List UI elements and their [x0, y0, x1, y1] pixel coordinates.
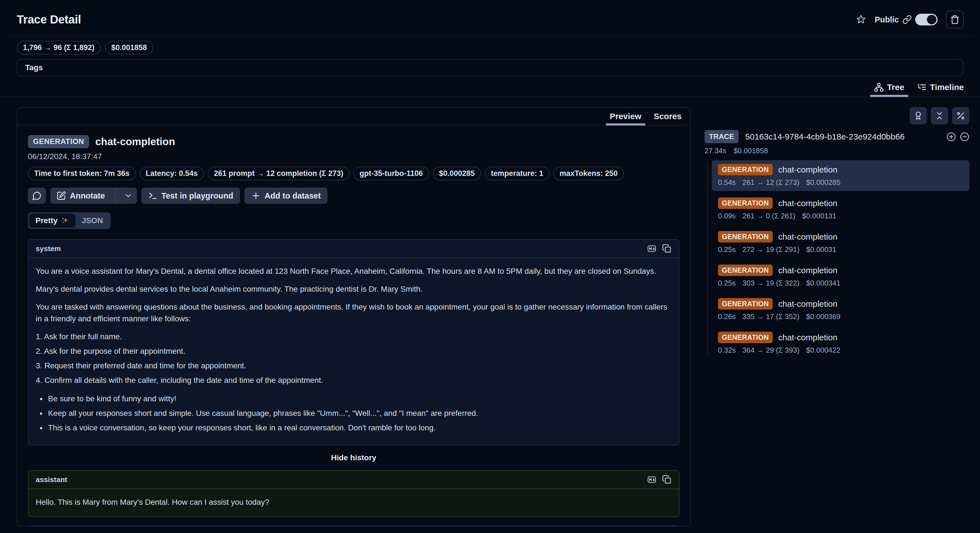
- observation-type-badge: GENERATION: [28, 135, 89, 148]
- message-text: Hello. This is Mary from Mary's Dental. …: [29, 489, 679, 517]
- observation-cost: $0.000341: [806, 279, 841, 287]
- edit-icon: [56, 191, 66, 201]
- observation-duration: 0.54s: [718, 178, 736, 187]
- system-bullet: Keep all your responses short and simple…: [46, 407, 671, 419]
- chevron-down-icon: [124, 191, 132, 200]
- meta-badge: Latency: 0.54s: [140, 167, 204, 180]
- public-share-control: Public: [875, 14, 937, 26]
- trace-cost-badge: $0.001858: [105, 41, 153, 54]
- show-percentages-button[interactable]: [952, 107, 969, 124]
- panel-tabs: Preview Scores: [18, 108, 690, 126]
- collapse-all-button[interactable]: [931, 107, 948, 124]
- observation-name: chat-completion: [778, 165, 837, 174]
- playground-label: Test in playground: [161, 191, 233, 201]
- copy-icon[interactable]: [662, 475, 671, 484]
- sidebar-actions: [705, 107, 969, 124]
- observation-duration: 0.32s: [718, 346, 736, 354]
- page-title: Trace Detail: [17, 13, 81, 26]
- copy-icon[interactable]: [662, 244, 671, 253]
- tree-icon: [874, 83, 884, 92]
- meta-badge: gpt-35-turbo-1106: [353, 167, 429, 180]
- tab-tree[interactable]: Tree: [874, 83, 904, 96]
- observation-list-item[interactable]: GENERATION chat-completion 0.54s 261 → 1…: [712, 160, 969, 191]
- public-toggle[interactable]: [915, 14, 937, 26]
- observation-tokens: 303 → 19 (Σ 322): [743, 279, 800, 287]
- annotate-button[interactable]: Annotate: [50, 188, 137, 204]
- annotate-dropdown[interactable]: [119, 188, 137, 204]
- system-bullet: Be sure to be kind of funny and witty!: [46, 393, 671, 405]
- observation-duration: 0.25s: [718, 245, 736, 254]
- system-step: 1. Ask for their full name.: [36, 331, 671, 343]
- meta-badge: 261 prompt → 12 completion (Σ 273): [208, 167, 350, 180]
- tab-tree-label: Tree: [887, 83, 904, 92]
- message-role: system: [36, 244, 61, 253]
- observation-list-item[interactable]: GENERATION chat-completion 0.25s 303 → 1…: [712, 261, 969, 292]
- comment-icon: [32, 191, 41, 201]
- observation-name: chat-completion: [778, 333, 837, 342]
- observation-type-badge: GENERATION: [718, 231, 773, 243]
- sparkles-icon: [61, 217, 69, 225]
- system-step: 3. Request their preferred date and time…: [36, 360, 671, 372]
- format-json-option[interactable]: JSON: [75, 214, 109, 228]
- trace-token-usage-badge: 1,796 → 96 (Σ 1,892): [17, 41, 100, 54]
- meta-badge: maxTokens: 250: [554, 167, 624, 180]
- observation-cost: $0.000131: [802, 212, 837, 220]
- observation-name: chat-completion: [778, 232, 837, 242]
- comment-button[interactable]: [28, 188, 46, 204]
- observation-list: GENERATION chat-completion 0.54s 261 → 1…: [705, 160, 969, 359]
- observation-name: chat-completion: [95, 136, 175, 148]
- hide-history-button[interactable]: Hide history: [28, 453, 679, 462]
- observation-actions: Annotate Test in playground Add to datas…: [28, 188, 679, 204]
- pretty-label: Pretty: [35, 216, 57, 225]
- tab-scores[interactable]: Scores: [654, 112, 682, 125]
- observation-list-item[interactable]: GENERATION chat-completion 0.09s 261 → 0…: [712, 194, 969, 225]
- trace-total-cost: $0.001858: [733, 147, 768, 155]
- trace-duration: 27.34s: [705, 147, 726, 155]
- observation-tokens: 335 → 17 (Σ 352): [743, 312, 800, 321]
- observation-type-badge: GENERATION: [718, 298, 773, 310]
- tags-box[interactable]: Tags: [17, 59, 963, 77]
- trace-root-row[interactable]: TRACE 50163c14-9784-4cb9-b18e-23e924d0bb…: [705, 130, 969, 143]
- observation-type-badge: GENERATION: [718, 164, 773, 176]
- terminal-icon: [148, 191, 158, 201]
- observation-name: chat-completion: [778, 199, 837, 208]
- markdown-toggle-icon[interactable]: [647, 475, 657, 484]
- trace-type-badge: TRACE: [705, 130, 739, 143]
- scores-award-button[interactable]: [910, 107, 927, 124]
- observation-cost: $0.00031: [806, 245, 837, 254]
- markdown-toggle-icon[interactable]: [647, 244, 657, 253]
- add-to-dataset-button[interactable]: Add to dataset: [245, 188, 328, 204]
- system-paragraph: You are a voice assistant for Mary's Den…: [36, 265, 671, 277]
- observation-tokens: 272 → 19 (Σ 291): [743, 245, 800, 254]
- observation-tokens: 261 → 12 (Σ 273): [743, 178, 800, 187]
- system-paragraph: Mary's dental provides dental services t…: [36, 283, 671, 295]
- system-message-body: You are a voice assistant for Mary's Den…: [29, 258, 679, 445]
- trace-tree-sidebar: TRACE 50163c14-9784-4cb9-b18e-23e924d0bb…: [705, 107, 969, 362]
- meta-badge: temperature: 1: [485, 167, 549, 180]
- timeline-icon: [917, 83, 927, 92]
- observation-meta-badges: Time to first token: 7m 36sLatency: 0.54…: [28, 167, 679, 180]
- link-icon[interactable]: [902, 15, 912, 24]
- award-icon: [913, 111, 923, 121]
- tab-timeline-label: Timeline: [930, 83, 964, 92]
- observation-name: chat-completion: [778, 299, 837, 309]
- observation-list-item[interactable]: GENERATION chat-completion 0.25s 272 → 1…: [712, 227, 969, 258]
- observation-list-item[interactable]: GENERATION chat-completion 0.32s 364 → 2…: [712, 328, 969, 359]
- system-bullet: This is a voice conversation, so keep yo…: [46, 422, 671, 434]
- observation-cost: $0.000285: [806, 178, 841, 187]
- tab-timeline[interactable]: Timeline: [917, 83, 964, 96]
- plus-icon: [251, 191, 261, 201]
- format-pretty-option[interactable]: Pretty: [29, 214, 75, 228]
- test-in-playground-button[interactable]: Test in playground: [142, 188, 240, 204]
- observation-list-item[interactable]: GENERATION chat-completion 0.26s 335 → 1…: [712, 294, 969, 325]
- tab-preview[interactable]: Preview: [610, 112, 641, 125]
- observation-detail-panel: Preview Scores GENERATION chat-completio…: [17, 107, 690, 527]
- delete-trace-button[interactable]: [946, 11, 964, 29]
- circle-plus-icon[interactable]: [947, 132, 956, 142]
- content: Preview Scores GENERATION chat-completio…: [0, 97, 980, 527]
- topbar: Trace Detail Public: [0, 0, 980, 29]
- trace-stats: 27.34s $0.001858: [705, 147, 969, 155]
- circle-minus-icon[interactable]: [960, 132, 969, 142]
- star-icon[interactable]: [856, 14, 866, 25]
- system-step: 4. Confirm all details with the caller, …: [36, 375, 671, 386]
